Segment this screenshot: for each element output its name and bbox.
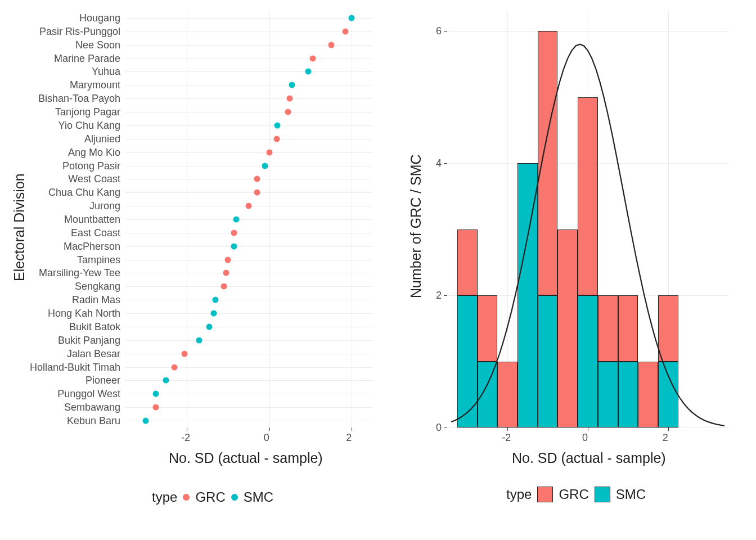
grid-line xyxy=(125,327,372,327)
scatter-y-axis-title: Electoral Division xyxy=(11,173,28,281)
histogram-y-tick: 2 xyxy=(436,290,442,302)
grid-line xyxy=(125,340,372,341)
scatter-dot xyxy=(343,28,349,34)
panels: Electoral Division No. SD (actual - samp… xyxy=(0,0,756,495)
scatter-legend-smc-label: SMC xyxy=(244,489,273,505)
scatter-y-tick: Marsiling-Yew Tee xyxy=(39,267,120,279)
scatter-y-tick: West Coast xyxy=(68,173,120,185)
scatter-dot xyxy=(309,55,316,61)
scatter-y-tick: Chua Chu Kang xyxy=(48,187,120,199)
tick-mark xyxy=(588,428,588,431)
scatter-dot xyxy=(254,190,260,196)
grid-line xyxy=(125,45,372,46)
grid-line xyxy=(125,233,372,233)
scatter-y-tick: Yuhua xyxy=(92,66,120,78)
grid-line xyxy=(125,152,372,153)
scatter-dot xyxy=(196,337,202,343)
grid-line xyxy=(125,260,372,260)
scatter-dot xyxy=(274,122,281,128)
scatter-y-tick: Punggol West xyxy=(57,388,120,400)
scatter-y-tick: Hougang xyxy=(79,12,120,24)
scatter-y-tick: Tampines xyxy=(77,254,120,266)
scatter-y-tick: Jurong xyxy=(89,200,120,212)
scatter-y-tick: Aljunied xyxy=(84,133,120,145)
scatter-y-tick: Pasir Ris-Punggol xyxy=(39,26,120,38)
grid-line xyxy=(125,394,372,394)
scatter-dot xyxy=(182,350,188,357)
scatter-y-tick: Sembawang xyxy=(64,402,120,413)
grid-line xyxy=(125,18,372,19)
grid-line xyxy=(125,380,372,381)
dot-icon xyxy=(183,494,190,501)
scatter-legend-title: type xyxy=(152,489,177,505)
dot-icon xyxy=(231,494,238,501)
grid-line xyxy=(125,367,372,368)
scatter-dot xyxy=(210,310,217,317)
scatter-dot xyxy=(231,230,237,236)
scatter-dot xyxy=(328,42,334,48)
scatter-dot xyxy=(221,284,227,290)
grid-line xyxy=(125,313,372,314)
scatter-y-tick: East Coast xyxy=(71,227,120,239)
scatter-y-tick: Holland-Bukit Timah xyxy=(30,362,120,374)
scatter-y-tick: Radin Mas xyxy=(72,294,120,306)
grid-line xyxy=(125,139,372,140)
scatter-y-tick: Bishan-Toa Payoh xyxy=(38,93,120,105)
grid-line xyxy=(125,179,372,179)
scatter-dot xyxy=(246,203,252,209)
scatter-y-tick: Mountbatten xyxy=(64,214,120,226)
scatter-y-tick: Tanjong Pagar xyxy=(55,106,120,118)
grid-line xyxy=(125,85,372,86)
histogram-y-tick: 0 xyxy=(436,422,442,434)
scatter-dot xyxy=(206,323,213,330)
scatter-dot xyxy=(142,418,148,424)
histogram-x-axis-title: No. SD (actual - sample) xyxy=(512,450,666,466)
grid-line xyxy=(125,219,372,220)
grid-line xyxy=(125,71,372,72)
tick-mark xyxy=(187,428,187,431)
scatter-dot xyxy=(233,217,240,223)
grid-line xyxy=(125,407,372,408)
square-icon xyxy=(537,487,553,502)
square-icon xyxy=(595,487,610,502)
grid-line xyxy=(125,300,372,300)
scatter-y-tick: Bukit Batok xyxy=(69,321,120,333)
histogram-legend-smc-label: SMC xyxy=(616,487,646,502)
histogram-y-axis-title: Number of GRC / SMC xyxy=(408,154,424,298)
scatter-dot xyxy=(231,243,237,249)
scatter-y-tick: Yio Chu Kang xyxy=(58,120,120,132)
scatter-dot xyxy=(254,176,260,182)
tick-mark xyxy=(269,428,270,431)
grid-line xyxy=(125,98,372,99)
scatter-dot xyxy=(289,82,295,88)
scatter-dot xyxy=(213,297,219,303)
scatter-x-axis-title: No. SD (actual - sample) xyxy=(169,450,323,466)
scatter-y-tick: Potong Pasir xyxy=(62,160,120,172)
density-curve xyxy=(447,11,728,428)
scatter-y-tick: Sengkang xyxy=(75,281,120,292)
histogram-legend-smc: SMC xyxy=(595,487,646,502)
grid-line xyxy=(125,125,372,126)
scatter-dot xyxy=(262,163,268,169)
scatter-dot xyxy=(266,149,272,155)
scatter-y-tick: Nee Soon xyxy=(75,39,120,51)
scatter-panel: Electoral Division No. SD (actual - samp… xyxy=(0,0,394,495)
histogram-panel: Number of GRC / SMC No. SD (actual - sam… xyxy=(394,0,756,495)
tick-mark xyxy=(444,428,447,428)
grid-line xyxy=(352,11,352,428)
scatter-y-tick: Marymount xyxy=(70,79,120,91)
grid-line xyxy=(125,58,372,59)
scatter-legend: type GRC SMC xyxy=(152,489,273,505)
histogram-y-tick: 6 xyxy=(436,25,442,37)
grid-line xyxy=(125,286,372,287)
grid-line xyxy=(125,32,372,32)
scatter-dot xyxy=(172,364,178,370)
scatter-x-tick: -2 xyxy=(181,432,190,444)
scatter-x-tick: 2 xyxy=(346,432,352,444)
scatter-dot xyxy=(163,377,169,384)
tick-mark xyxy=(668,428,669,431)
grid-line xyxy=(269,11,270,428)
grid-line xyxy=(125,166,372,166)
scatter-x-tick: 0 xyxy=(264,432,269,444)
scatter-legend-grc-label: GRC xyxy=(195,489,225,505)
